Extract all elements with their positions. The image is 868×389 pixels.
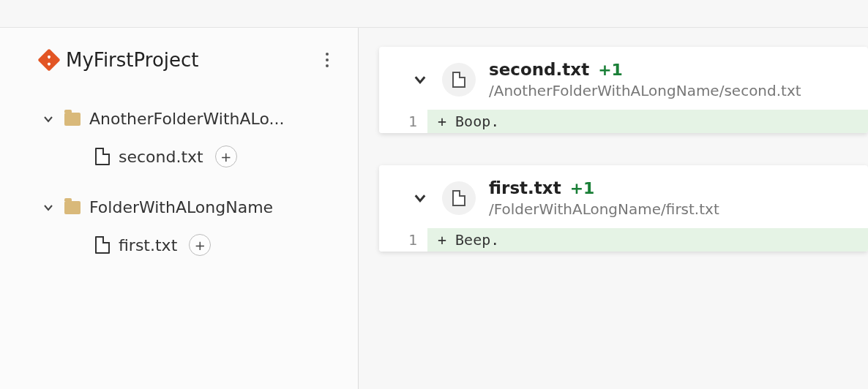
diff-path: /FolderWithALongName/first.txt	[489, 200, 719, 218]
file-row[interactable]: first.txt +	[95, 225, 343, 265]
diff-change-count: +1	[570, 179, 595, 197]
diff-filename: second.txt	[489, 60, 589, 79]
file-icon	[95, 148, 110, 165]
chevron-down-icon[interactable]	[411, 72, 429, 87]
file-label: second.txt	[119, 148, 203, 166]
line-number: 1	[379, 110, 427, 133]
project-title: MyFirstProject	[66, 49, 199, 71]
line-content: + Beep.	[427, 228, 868, 252]
folder-row[interactable]: FolderWithALongName	[41, 189, 343, 225]
diff-card: first.txt +1 /FolderWithALongName/first.…	[379, 165, 868, 252]
diff-change-count: +1	[598, 61, 623, 79]
folder-label: AnotherFolderWithALo...	[89, 110, 285, 128]
diff-path: /AnotherFolderWithALongName/second.txt	[489, 82, 801, 99]
file-tree: AnotherFolderWithALo... second.txt + Fol…	[41, 101, 343, 265]
diff-line: 1 + Beep.	[379, 228, 868, 252]
diff-card: second.txt +1 /AnotherFolderWithALongNam…	[379, 47, 868, 133]
folder-icon	[64, 201, 81, 214]
more-menu-button[interactable]	[315, 48, 339, 72]
diff-line: 1 + Boop.	[379, 110, 868, 133]
file-icon	[452, 190, 465, 206]
chevron-down-icon	[41, 112, 56, 126]
file-icon-circle	[442, 63, 476, 97]
file-row[interactable]: second.txt +	[95, 137, 343, 176]
top-toolbar	[0, 0, 868, 28]
file-icon	[95, 236, 110, 254]
line-content: + Boop.	[427, 110, 868, 133]
diff-filename: first.txt	[489, 178, 561, 197]
added-badge: +	[215, 146, 237, 167]
folder-icon	[64, 113, 81, 126]
added-badge: +	[189, 234, 211, 256]
diff-panel: second.txt +1 /AnotherFolderWithALongNam…	[359, 28, 868, 389]
folder-label: FolderWithALongName	[89, 198, 273, 216]
sidebar: MyFirstProject AnotherFolderWithALo... s…	[0, 28, 359, 389]
git-project-icon	[37, 48, 60, 71]
chevron-down-icon[interactable]	[411, 191, 429, 205]
chevron-down-icon	[41, 200, 56, 215]
kebab-icon	[326, 53, 329, 67]
line-number: 1	[379, 228, 427, 252]
file-icon	[452, 72, 465, 88]
file-icon-circle	[442, 181, 476, 215]
folder-row[interactable]: AnotherFolderWithALo...	[41, 101, 343, 137]
file-label: first.txt	[119, 236, 177, 254]
